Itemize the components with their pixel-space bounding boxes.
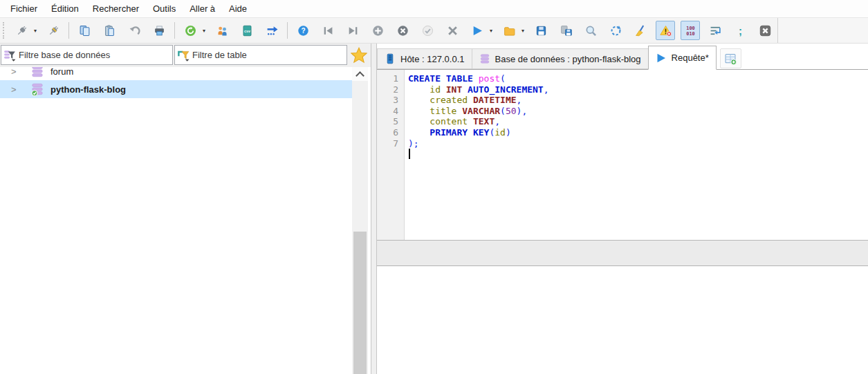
heidisql-window: FichierÉditionRechercherOutilsAller àAid… [0,0,868,374]
last-record-button[interactable] [343,21,362,40]
delimiter-button[interactable]: ; [730,21,750,40]
tab-label: Hôte : 127.0.0.1 [400,54,465,64]
connect-button[interactable] [12,21,31,40]
binary-icon: 100010 [685,25,696,37]
menu-item-aller-a[interactable]: Aller à [183,1,222,16]
expand-chevron-icon[interactable]: > [11,67,22,76]
tab-label: Requête* [672,53,709,63]
open-sql-file-dropdown-arrow[interactable]: ▾ [519,21,527,40]
table-filter-box[interactable] [174,45,347,65]
first-record-button[interactable] [318,21,338,40]
scrollbar-thumb[interactable] [353,232,367,374]
chevron-up-icon [355,71,364,80]
import-file-button[interactable] [262,21,281,40]
stop-on-errors-button[interactable] [656,21,675,40]
code-line: content TEXT, [408,116,868,127]
find-again-button[interactable] [606,21,625,40]
save-sql-button[interactable] [531,21,551,40]
code-line: id INT AUTO_INCREMENT, [408,84,868,95]
sql-code-area[interactable]: CREATE TABLE post( id INT AUTO_INCREMENT… [405,70,868,241]
sql-editor[interactable]: 1234567 CREATE TABLE post( id INT AUTO_I… [377,69,868,241]
table-filter-input[interactable] [192,50,347,60]
run-query-dropdown-arrow[interactable]: ▾ [487,21,495,40]
help-button[interactable]: ? [293,21,313,40]
magnifier-icon [585,25,597,37]
tab-query[interactable]: Requête* [648,46,717,70]
line-number: 3 [377,95,404,106]
svg-text:csv: csv [244,29,250,33]
menu-item-outils[interactable]: Outils [146,1,183,16]
open-sql-file-button[interactable] [499,21,519,40]
favorites-filter-button[interactable] [347,44,371,66]
save-sql-as-button[interactable] [556,21,575,40]
tab-database[interactable]: Base de données : python-flask-blog [472,48,649,69]
line-number-gutter: 1234567 [377,70,405,241]
new-query-tab-icon [724,53,737,65]
database-filter-input[interactable] [19,50,172,60]
semicolon-icon: ; [735,25,746,37]
user-manager-button[interactable] [212,21,232,40]
refresh-button[interactable] [181,21,200,40]
circle-cross-icon [397,25,409,37]
play-icon [656,53,672,64]
line-number: 4 [377,106,404,117]
svg-text:010: 010 [686,30,694,36]
table-filter-icon[interactable] [175,49,192,62]
line-number: 1 [377,73,404,84]
paste-icon [104,25,116,37]
cancel-edit-button[interactable] [443,21,462,40]
folder-icon [504,25,515,37]
svg-text:?: ? [301,27,305,35]
tree-item-label: forum [50,67,73,77]
search-refresh-icon [610,25,622,37]
menu-item-edition[interactable]: Édition [44,1,86,16]
line-number: 5 [377,116,404,127]
post-record-button[interactable] [418,21,437,40]
code-line: PRIMARY KEY(id) [408,127,868,138]
connect-dropdown-arrow[interactable]: ▾ [31,21,39,40]
menu-item-rechercher[interactable]: Rechercher [86,1,146,16]
reformat-sql-button[interactable] [631,21,650,40]
disconnect-button[interactable] [44,21,63,40]
db-layers-icon [479,53,495,64]
clear-editor-button[interactable] [755,21,775,40]
find-button[interactable] [581,21,600,40]
nav-first-icon [322,25,334,37]
close-dark-icon [759,25,771,37]
export-csv-button[interactable]: csv [237,21,257,40]
circle-plus-icon [372,25,384,37]
refresh-dropdown-arrow[interactable]: ▾ [200,21,208,40]
paste-button[interactable] [100,21,119,40]
tree-item-forum[interactable]: >forum [0,67,352,80]
star-icon [351,47,367,64]
expand-chevron-icon[interactable]: > [11,85,22,94]
binary-view-button[interactable]: 100010 [681,21,700,40]
code-line: title VARCHAR(50), [408,106,868,117]
copy-button[interactable] [75,21,94,40]
menu-item-fichier[interactable]: Fichier [3,1,44,16]
tree-scrollbar[interactable] [352,67,368,374]
run-query-button[interactable] [468,21,487,40]
tree-item-python-flask-blog[interactable]: >python-flask-blog [0,80,352,98]
print-button[interactable] [149,21,169,40]
database-tree[interactable]: >forum>python-flask-blog [0,67,371,374]
delete-record-button[interactable] [393,21,412,40]
svg-text:;: ; [739,25,742,36]
database-filter-icon[interactable] [1,49,19,62]
tab-host[interactable]: Hôte : 127.0.0.1 [377,48,472,69]
new-query-tab-button[interactable] [720,48,741,68]
insert-record-button[interactable] [368,21,387,40]
vertical-splitter[interactable] [371,44,377,374]
horizontal-splitter[interactable] [377,240,868,266]
scrollbar-up-button[interactable] [352,67,368,81]
undo-button[interactable] [124,21,144,40]
toolbar-separator [174,22,175,39]
database-checked-icon [30,82,44,96]
toolbar-grip[interactable] [3,22,6,39]
play-icon [472,25,483,37]
menu-item-aide[interactable]: Aide [222,1,254,16]
word-wrap-button[interactable] [705,21,725,40]
tab-label: Base de données : python-flask-blog [495,54,641,64]
filter-row [0,44,371,67]
database-filter-box[interactable] [1,45,173,65]
